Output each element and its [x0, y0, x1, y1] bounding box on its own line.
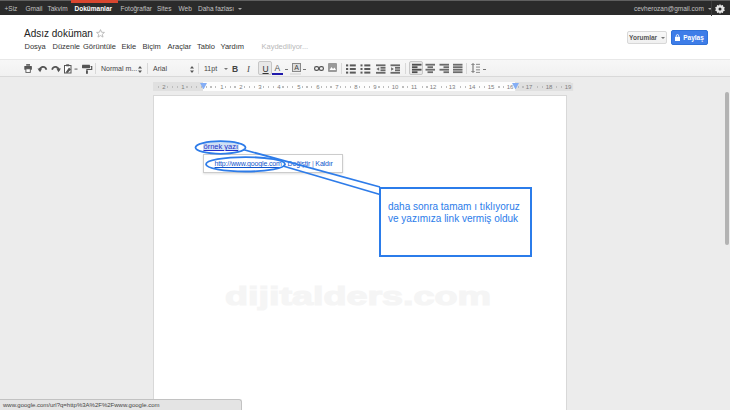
svg-text:A: A [294, 64, 299, 71]
